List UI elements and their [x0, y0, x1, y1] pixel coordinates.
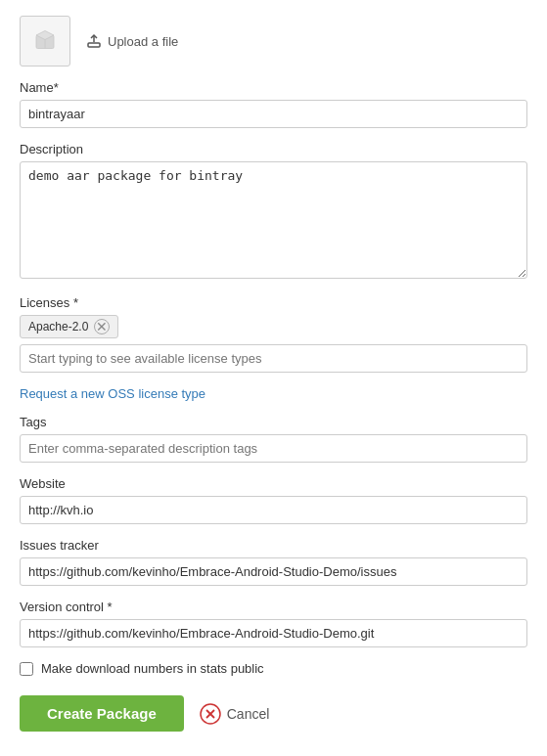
license-tag-label: Apache-2.0: [28, 320, 88, 334]
version-label: Version control *: [20, 600, 527, 614]
licenses-label: Licenses *: [20, 295, 527, 310]
upload-label: Upload a file: [108, 34, 178, 49]
create-package-button[interactable]: Create Package: [20, 695, 184, 732]
avatar-label-group: Upload a file: [86, 33, 178, 49]
upload-icon: [86, 33, 102, 49]
upload-file-link[interactable]: Upload a file: [86, 33, 178, 49]
description-group: Description demo aar package for bintray: [20, 142, 527, 282]
description-textarea[interactable]: demo aar package for bintray: [20, 161, 527, 279]
license-tag-apache: Apache-2.0 ✕: [20, 315, 118, 338]
website-input[interactable]: [20, 496, 527, 524]
tags-group: Tags: [20, 415, 527, 463]
version-group: Version control *: [20, 600, 527, 647]
license-remove-button[interactable]: ✕: [94, 319, 110, 334]
website-group: Website: [20, 476, 527, 524]
oss-link[interactable]: Request a new OSS license type: [20, 386, 527, 401]
stats-checkbox-row: Make download numbers in stats public: [20, 661, 527, 676]
description-label: Description: [20, 142, 527, 156]
name-group: Name*: [20, 80, 527, 128]
cancel-circle-icon: [200, 703, 221, 725]
avatar-section: Upload a file: [20, 16, 527, 67]
issues-label: Issues tracker: [20, 538, 527, 553]
tags-label: Tags: [20, 415, 527, 429]
issues-group: Issues tracker: [20, 538, 527, 586]
license-search-input[interactable]: [20, 344, 527, 373]
name-input[interactable]: [20, 100, 527, 128]
tags-input[interactable]: [20, 434, 527, 463]
stats-label[interactable]: Make download numbers in stats public: [41, 661, 264, 676]
website-label: Website: [20, 476, 527, 491]
cancel-button[interactable]: Cancel: [200, 703, 270, 725]
version-input[interactable]: [20, 619, 527, 647]
licenses-group: Licenses * Apache-2.0 ✕: [20, 295, 527, 373]
issues-input[interactable]: [20, 557, 527, 586]
svg-rect-3: [88, 43, 100, 47]
actions-row: Create Package Cancel: [20, 695, 527, 732]
cancel-label: Cancel: [227, 706, 270, 722]
stats-checkbox[interactable]: [20, 662, 33, 676]
name-label: Name*: [20, 80, 527, 95]
avatar-box: [20, 16, 70, 67]
cancel-icon: [200, 703, 221, 725]
license-tags: Apache-2.0 ✕: [20, 315, 527, 344]
package-icon: [30, 26, 60, 56]
